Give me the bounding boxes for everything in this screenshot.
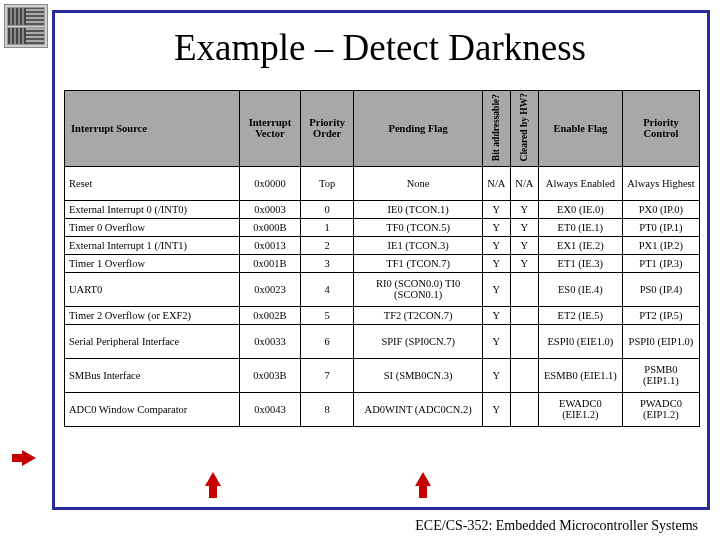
col-bit-addressable: Bit addressable? (482, 91, 510, 167)
col-interrupt-source: Interrupt Source (65, 91, 240, 167)
cell-pc: PSPI0 (EIP1.0) (622, 324, 699, 358)
cell-vec: 0x001B (240, 254, 301, 272)
col-enable-flag: Enable Flag (538, 91, 622, 167)
table-row: Serial Peripheral Interface0x00336SPIF (… (65, 324, 700, 358)
cell-vec: 0x0013 (240, 236, 301, 254)
cell-bit: Y (482, 324, 510, 358)
cell-vec: 0x000B (240, 218, 301, 236)
cell-flag: TF0 (TCON.5) (354, 218, 482, 236)
cell-vec: 0x0023 (240, 272, 301, 306)
cell-pc: PT0 (IP.1) (622, 218, 699, 236)
cell-bit: Y (482, 358, 510, 392)
cell-pri: 3 (300, 254, 354, 272)
cell-pri: Top (300, 166, 354, 200)
cell-pc: PT2 (IP.5) (622, 306, 699, 324)
cell-en: EWADC0 (EIE1.2) (538, 392, 622, 426)
col-interrupt-vector: Interrupt Vector (240, 91, 301, 167)
table-row: External Interrupt 1 (/INT1)0x00132IE1 (… (65, 236, 700, 254)
arrow-up-icon (205, 472, 221, 486)
cell-bit: Y (482, 306, 510, 324)
cell-flag: SPIF (SPI0CN.7) (354, 324, 482, 358)
cell-src: Reset (65, 166, 240, 200)
cell-src: External Interrupt 0 (/INT0) (65, 200, 240, 218)
cell-hw: N/A (510, 166, 538, 200)
cell-src: Serial Peripheral Interface (65, 324, 240, 358)
cell-pc: PSMB0 (EIP1.1) (622, 358, 699, 392)
cell-en: EX0 (IE.0) (538, 200, 622, 218)
cell-en: EX1 (IE.2) (538, 236, 622, 254)
cell-bit: Y (482, 392, 510, 426)
frame-border (52, 10, 55, 510)
cell-pri: 8 (300, 392, 354, 426)
col-cleared-by-hw: Cleared by HW? (510, 91, 538, 167)
cell-pri: 1 (300, 218, 354, 236)
cell-vec: 0x0033 (240, 324, 301, 358)
cell-en: Always Enabled (538, 166, 622, 200)
cell-src: Timer 1 Overflow (65, 254, 240, 272)
cell-pri: 0 (300, 200, 354, 218)
cell-pc: PWADC0 (EIP1.2) (622, 392, 699, 426)
cell-flag: SI (SMB0CN.3) (354, 358, 482, 392)
arrow-right-icon (22, 450, 36, 466)
col-pending-flag: Pending Flag (354, 91, 482, 167)
cell-flag: RI0 (SCON0.0) TI0 (SCON0.1) (354, 272, 482, 306)
cell-bit: N/A (482, 166, 510, 200)
cell-hw (510, 272, 538, 306)
cell-pc: PX1 (IP.2) (622, 236, 699, 254)
cell-hw (510, 358, 538, 392)
cell-en: ET0 (IE.1) (538, 218, 622, 236)
cell-pc: Always Highest (622, 166, 699, 200)
cell-en: ET2 (IE.5) (538, 306, 622, 324)
cell-flag: IE1 (TCON.3) (354, 236, 482, 254)
cell-bit: Y (482, 236, 510, 254)
cell-bit: Y (482, 218, 510, 236)
slide-title: Example – Detect Darkness (60, 26, 700, 69)
cell-hw: Y (510, 200, 538, 218)
cell-hw (510, 324, 538, 358)
cell-pc: PT1 (IP.3) (622, 254, 699, 272)
cell-vec: 0x0003 (240, 200, 301, 218)
cell-pri: 2 (300, 236, 354, 254)
slide-footer: ECE/CS-352: Embedded Microcontroller Sys… (415, 518, 698, 534)
cell-pc: PX0 (IP.0) (622, 200, 699, 218)
cell-pri: 5 (300, 306, 354, 324)
cell-src: Timer 2 Overflow (or EXF2) (65, 306, 240, 324)
cell-bit: Y (482, 200, 510, 218)
cell-en: ESPI0 (EIE1.0) (538, 324, 622, 358)
table-row: External Interrupt 0 (/INT0)0x00030IE0 (… (65, 200, 700, 218)
cell-bit: Y (482, 254, 510, 272)
table-row: Timer 2 Overflow (or EXF2)0x002B5TF2 (T2… (65, 306, 700, 324)
cell-pri: 4 (300, 272, 354, 306)
frame-border (52, 10, 710, 13)
cell-pri: 7 (300, 358, 354, 392)
table-row: Reset0x0000TopNoneN/AN/AAlways EnabledAl… (65, 166, 700, 200)
cell-flag: IE0 (TCON.1) (354, 200, 482, 218)
slide-logo (4, 4, 48, 48)
cell-hw: Y (510, 218, 538, 236)
cell-src: SMBus Interface (65, 358, 240, 392)
cell-vec: 0x003B (240, 358, 301, 392)
cell-vec: 0x002B (240, 306, 301, 324)
table-row: SMBus Interface0x003B7SI (SMB0CN.3)YESMB… (65, 358, 700, 392)
table-row: Timer 0 Overflow0x000B1TF0 (TCON.5)YYET0… (65, 218, 700, 236)
col-priority-order: Priority Order (300, 91, 354, 167)
cell-en: ESMB0 (EIE1.1) (538, 358, 622, 392)
interrupt-table: Interrupt Source Interrupt Vector Priori… (64, 90, 700, 427)
cell-pri: 6 (300, 324, 354, 358)
cell-flag: TF2 (T2CON.7) (354, 306, 482, 324)
cell-pc: PS0 (IP.4) (622, 272, 699, 306)
cell-hw: Y (510, 236, 538, 254)
table-row: ADC0 Window Comparator0x00438AD0WINT (AD… (65, 392, 700, 426)
frame-border (707, 10, 710, 510)
table-row: Timer 1 Overflow0x001B3TF1 (TCON.7)YYET1… (65, 254, 700, 272)
cell-vec: 0x0000 (240, 166, 301, 200)
cell-src: ADC0 Window Comparator (65, 392, 240, 426)
cell-flag: None (354, 166, 482, 200)
cell-vec: 0x0043 (240, 392, 301, 426)
cell-hw (510, 306, 538, 324)
col-priority-control: Priority Control (622, 91, 699, 167)
table-row: UART00x00234RI0 (SCON0.0) TI0 (SCON0.1)Y… (65, 272, 700, 306)
frame-border (52, 507, 710, 510)
cell-hw (510, 392, 538, 426)
cell-en: ET1 (IE.3) (538, 254, 622, 272)
